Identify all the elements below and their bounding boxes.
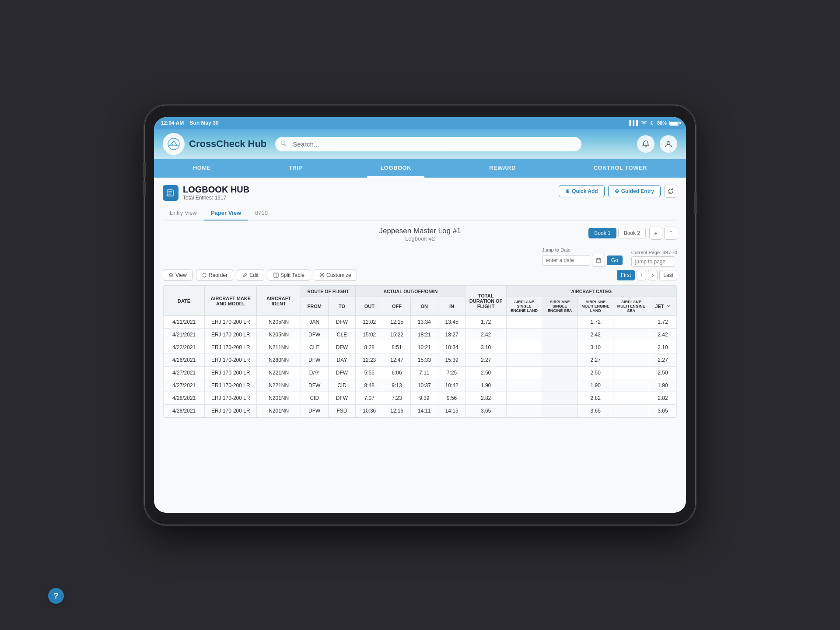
col-ident: AIRCRAFT IDENT: [257, 286, 301, 316]
jump-date-input[interactable]: [542, 255, 590, 266]
app-header: CrossCheck Hub: [154, 129, 686, 159]
status-indicators: ▐▐▐ ☾ 88%: [628, 120, 679, 126]
quick-add-button[interactable]: ⊕ Quick Add: [559, 185, 605, 197]
table-row: 4/22/2021ERJ 170-200 LRN211NNCLEDFW8:288…: [164, 341, 677, 354]
more-options-button[interactable]: ˅: [664, 227, 677, 240]
col-make-model: AIRCRAFT MAKE AND MODEL: [205, 286, 257, 316]
col-aircraft-cat-header: AIRCRAFT CATEG: [506, 286, 676, 297]
current-page-label: Current Page: 69 / 70: [631, 250, 677, 255]
header-actions: [637, 135, 677, 153]
search-bar[interactable]: [275, 137, 581, 151]
col-out: OUT: [356, 297, 383, 316]
logo-area: CrossCheck Hub: [163, 133, 266, 155]
table-row: 4/21/2021ERJ 170-200 LRN205NNDFWCLE15:02…: [164, 329, 677, 341]
col-amel: AIRPLANE MULTI ENGINE LAND: [578, 297, 613, 316]
wifi-icon: [640, 120, 648, 126]
table-row: 4/21/2021ERJ 170-200 LRN205NNJANDFW12:02…: [164, 316, 677, 329]
edit-label: Edit: [249, 272, 259, 278]
moon-icon: ☾: [650, 120, 654, 126]
app-title: CrossCheck Hub: [189, 138, 266, 150]
col-off: OFF: [383, 297, 411, 316]
chevron-down-icon: ˅: [669, 230, 672, 237]
col-actual-header: ACTUAL OUT/OFF/ON/IN: [356, 286, 466, 297]
logbook-total-entries: Total Entries: 1317: [183, 195, 249, 201]
customize-label: Customize: [326, 272, 351, 278]
status-date: Sun May 30: [190, 120, 219, 126]
edit-button[interactable]: Edit: [237, 270, 264, 281]
first-page-button[interactable]: First: [617, 270, 635, 280]
col-asel: AIRPLANE SINGLE ENGINE LAND: [506, 297, 542, 316]
book-tabs: Book 1 Book 2 + ˅: [588, 227, 677, 240]
jump-page-input[interactable]: [631, 256, 675, 267]
add-book-button[interactable]: +: [649, 227, 662, 240]
calendar-icon-button[interactable]: [592, 254, 605, 267]
tab-8710[interactable]: 8710: [248, 206, 275, 220]
jump-to-date-section: Jump to Date Go: [542, 247, 623, 267]
col-date: DATE: [164, 286, 205, 316]
user-profile-button[interactable]: [660, 135, 677, 153]
prev-page-button[interactable]: ‹: [637, 270, 646, 280]
plus-icon: ⊕: [565, 188, 570, 194]
col-ases: AIRPLANE SINGLE ENGINE SEA: [542, 297, 578, 316]
nav-trip[interactable]: TRIP: [276, 159, 316, 178]
table-row: 4/27/2021ERJ 170-200 LRN221NNDAYDFW5:556…: [164, 367, 677, 379]
book-tab-1[interactable]: Book 1: [588, 228, 616, 238]
table-row: 4/28/2021ERJ 170-200 LRN201NNDFWFSD10:36…: [164, 405, 677, 417]
svg-line-2: [285, 144, 287, 146]
status-time: 12:04 AM: [161, 120, 184, 126]
svg-rect-8: [596, 259, 601, 262]
reorder-label: Reorder: [209, 272, 228, 278]
svg-point-13: [171, 275, 172, 276]
col-ames: AIRPLANE MULTI ENGINE SEA: [613, 297, 649, 316]
logo-icon: [163, 133, 185, 155]
logbook-actions: ⊕ Quick Add ⊕ Guided Entry: [559, 185, 677, 198]
col-from: FROM: [301, 297, 328, 316]
guided-entry-button[interactable]: ⊕ Guided Entry: [608, 185, 661, 197]
svg-point-19: [321, 274, 323, 276]
next-page-button[interactable]: ›: [648, 270, 658, 280]
ipad-frame: 12:04 AM Sun May 30 ▐▐▐ ☾ 88%: [144, 105, 696, 525]
customize-button[interactable]: Customize: [314, 270, 357, 281]
last-page-button[interactable]: Last: [659, 270, 677, 280]
col-route-header: ROUTE OF FLIGHT: [301, 286, 356, 297]
col-on: ON: [410, 297, 438, 316]
logbook-hub-icon: [163, 185, 178, 201]
col-in: IN: [438, 297, 466, 316]
logbook-name-area: Jeppesen Master Log #1 Logbook #2 Book 1…: [163, 227, 677, 242]
nav-reward[interactable]: REWARD: [476, 159, 529, 178]
view-button[interactable]: View: [163, 270, 192, 281]
jump-to-date-label: Jump to Date: [542, 247, 623, 252]
split-table-button[interactable]: Split Table: [268, 270, 310, 281]
logbook-title-area: LOGBOOK HUB Total Entries: 1317: [163, 185, 249, 201]
logbook-header: LOGBOOK HUB Total Entries: 1317 ⊕ Quick …: [163, 185, 677, 201]
go-button[interactable]: Go: [607, 256, 623, 265]
power-button: [694, 192, 697, 214]
volume-buttons: [143, 162, 146, 196]
book-tab-2[interactable]: Book 2: [618, 228, 646, 238]
nav-control-tower[interactable]: CONTROL TOWER: [581, 159, 660, 178]
col-total: TOTAL DURATION OF FLIGHT: [466, 286, 506, 316]
signal-icon: ▐▐▐: [628, 120, 638, 126]
search-icon: [280, 140, 287, 148]
plus-icon-2: ⊕: [615, 188, 619, 194]
nav-logbook[interactable]: LOGBOOK: [367, 159, 424, 178]
current-page-section: Current Page: 69 / 70: [631, 250, 677, 267]
logbook-hub-title: LOGBOOK HUB: [183, 185, 249, 195]
quick-add-label: Quick Add: [572, 188, 598, 194]
logbook-title-text: LOGBOOK HUB Total Entries: 1317: [183, 185, 249, 201]
split-table-label: Split Table: [280, 272, 304, 278]
notification-button[interactable]: [637, 135, 654, 153]
table-row: 4/28/2021ERJ 170-200 LRN201NNCIDDFW7:077…: [164, 392, 677, 405]
nav-home[interactable]: HOME: [180, 159, 224, 178]
guided-entry-label: Guided Entry: [621, 188, 654, 194]
reorder-button[interactable]: Reorder: [196, 270, 233, 281]
status-time-date: 12:04 AM Sun May 30: [161, 120, 219, 126]
svg-point-0: [168, 138, 179, 150]
tab-entry-view[interactable]: Entry View: [163, 206, 204, 220]
search-input[interactable]: [275, 137, 581, 151]
view-label: View: [175, 272, 187, 278]
tab-paper-view[interactable]: Paper View: [204, 206, 248, 220]
sync-button[interactable]: [664, 185, 677, 198]
table-body: 4/21/2021ERJ 170-200 LRN205NNJANDFW12:02…: [164, 316, 677, 417]
svg-point-3: [667, 142, 670, 145]
